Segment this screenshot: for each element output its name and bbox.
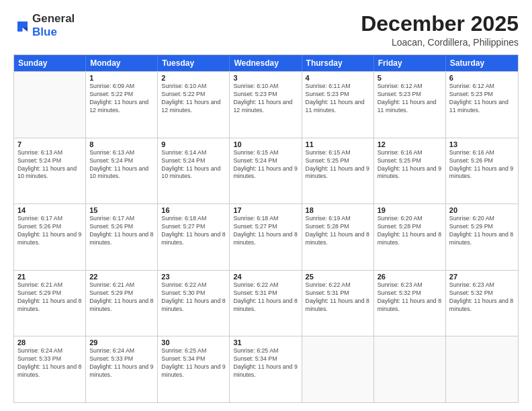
day-info: Sunrise: 6:13 AMSunset: 5:24 PMDaylight:… (89, 149, 154, 181)
calendar-cell: 24Sunrise: 6:22 AMSunset: 5:31 PMDayligh… (230, 271, 302, 336)
logo-icon (13, 17, 30, 34)
calendar-cell: 10Sunrise: 6:15 AMSunset: 5:24 PMDayligh… (230, 138, 302, 204)
day-info: Sunrise: 6:11 AMSunset: 5:23 PMDaylight:… (306, 83, 370, 115)
calendar-cell: 18Sunrise: 6:19 AMSunset: 5:28 PMDayligh… (302, 204, 374, 270)
location: Loacan, Cordillera, Philippines (361, 37, 519, 48)
calendar-cell: 4Sunrise: 6:11 AMSunset: 5:23 PMDaylight… (302, 72, 374, 138)
day-number: 2 (161, 74, 226, 82)
day-number: 14 (17, 206, 82, 214)
day-number: 10 (233, 140, 298, 148)
calendar-cell: 27Sunrise: 6:23 AMSunset: 5:32 PMDayligh… (446, 271, 518, 336)
calendar-cell (446, 336, 518, 402)
day-info: Sunrise: 6:18 AMSunset: 5:27 PMDaylight:… (161, 215, 226, 247)
calendar-body: 1Sunrise: 6:09 AMSunset: 5:22 PMDaylight… (14, 71, 518, 402)
logo-general: General (32, 12, 75, 25)
day-info: Sunrise: 6:20 AMSunset: 5:29 PMDaylight:… (449, 215, 515, 247)
day-number: 4 (306, 74, 370, 82)
calendar-cell (374, 336, 446, 402)
calendar-cell (14, 72, 86, 138)
day-info: Sunrise: 6:18 AMSunset: 5:27 PMDaylight:… (233, 215, 298, 247)
day-number: 26 (378, 273, 442, 281)
day-number: 30 (161, 338, 226, 347)
day-info: Sunrise: 6:09 AMSunset: 5:22 PMDaylight:… (89, 83, 154, 115)
day-number: 17 (233, 206, 298, 214)
calendar-cell: 30Sunrise: 6:25 AMSunset: 5:34 PMDayligh… (158, 336, 230, 402)
calendar-cell: 21Sunrise: 6:21 AMSunset: 5:29 PMDayligh… (14, 271, 86, 336)
cal-header-day: Tuesday (158, 55, 230, 71)
calendar-cell: 8Sunrise: 6:13 AMSunset: 5:24 PMDaylight… (86, 138, 158, 204)
calendar-cell: 13Sunrise: 6:16 AMSunset: 5:26 PMDayligh… (446, 138, 518, 204)
day-number: 7 (17, 140, 82, 148)
day-number: 12 (378, 140, 442, 148)
day-info: Sunrise: 6:22 AMSunset: 5:31 PMDaylight:… (233, 281, 298, 314)
day-info: Sunrise: 6:16 AMSunset: 5:25 PMDaylight:… (378, 149, 442, 181)
logo-blue: Blue (32, 26, 57, 38)
day-number: 22 (89, 273, 154, 281)
header: General Blue December 2025 Loacan, Cordi… (13, 12, 519, 48)
cal-header-day: Friday (374, 55, 446, 71)
cal-header-day: Saturday (446, 55, 518, 71)
day-number: 24 (233, 273, 298, 281)
calendar-cell: 23Sunrise: 6:22 AMSunset: 5:30 PMDayligh… (158, 271, 230, 336)
day-info: Sunrise: 6:24 AMSunset: 5:33 PMDaylight:… (17, 347, 82, 379)
calendar-cell: 12Sunrise: 6:16 AMSunset: 5:25 PMDayligh… (374, 138, 446, 204)
day-info: Sunrise: 6:10 AMSunset: 5:23 PMDaylight:… (233, 83, 298, 115)
calendar-cell: 15Sunrise: 6:17 AMSunset: 5:26 PMDayligh… (86, 204, 158, 270)
day-number: 16 (161, 206, 226, 214)
day-info: Sunrise: 6:20 AMSunset: 5:28 PMDaylight:… (378, 215, 442, 247)
day-info: Sunrise: 6:22 AMSunset: 5:31 PMDaylight:… (306, 281, 370, 314)
calendar-cell: 28Sunrise: 6:24 AMSunset: 5:33 PMDayligh… (14, 336, 86, 402)
day-number: 29 (89, 338, 154, 347)
calendar-cell: 1Sunrise: 6:09 AMSunset: 5:22 PMDaylight… (86, 72, 158, 138)
day-number: 5 (378, 74, 442, 82)
calendar-cell: 11Sunrise: 6:15 AMSunset: 5:25 PMDayligh… (302, 138, 374, 204)
page: General Blue December 2025 Loacan, Cordi… (0, 0, 532, 411)
calendar-cell: 19Sunrise: 6:20 AMSunset: 5:28 PMDayligh… (374, 204, 446, 270)
day-info: Sunrise: 6:23 AMSunset: 5:32 PMDaylight:… (378, 281, 442, 314)
day-info: Sunrise: 6:21 AMSunset: 5:29 PMDaylight:… (17, 281, 82, 314)
calendar-row: 1Sunrise: 6:09 AMSunset: 5:22 PMDaylight… (14, 71, 518, 138)
day-number: 21 (17, 273, 82, 281)
calendar-header: SundayMondayTuesdayWednesdayThursdayFrid… (14, 55, 518, 71)
day-number: 1 (89, 74, 154, 82)
day-info: Sunrise: 6:15 AMSunset: 5:24 PMDaylight:… (233, 149, 298, 181)
cal-header-day: Monday (86, 55, 158, 71)
day-number: 6 (449, 74, 515, 82)
day-info: Sunrise: 6:14 AMSunset: 5:24 PMDaylight:… (161, 149, 226, 181)
day-info: Sunrise: 6:25 AMSunset: 5:34 PMDaylight:… (233, 347, 298, 379)
day-info: Sunrise: 6:21 AMSunset: 5:29 PMDaylight:… (89, 281, 154, 314)
logo: General Blue (13, 12, 75, 39)
day-info: Sunrise: 6:17 AMSunset: 5:26 PMDaylight:… (89, 215, 154, 247)
day-number: 19 (378, 206, 442, 214)
day-number: 27 (449, 273, 515, 281)
calendar-cell: 5Sunrise: 6:12 AMSunset: 5:23 PMDaylight… (374, 72, 446, 138)
day-number: 18 (306, 206, 370, 214)
calendar-cell: 22Sunrise: 6:21 AMSunset: 5:29 PMDayligh… (86, 271, 158, 336)
day-number: 11 (306, 140, 370, 148)
day-info: Sunrise: 6:25 AMSunset: 5:34 PMDaylight:… (161, 347, 226, 379)
day-info: Sunrise: 6:17 AMSunset: 5:26 PMDaylight:… (17, 215, 82, 247)
calendar-cell: 14Sunrise: 6:17 AMSunset: 5:26 PMDayligh… (14, 204, 86, 270)
day-info: Sunrise: 6:12 AMSunset: 5:23 PMDaylight:… (378, 83, 442, 115)
day-number: 3 (233, 74, 298, 82)
day-info: Sunrise: 6:13 AMSunset: 5:24 PMDaylight:… (17, 149, 82, 181)
calendar-cell: 3Sunrise: 6:10 AMSunset: 5:23 PMDaylight… (230, 72, 302, 138)
day-info: Sunrise: 6:22 AMSunset: 5:30 PMDaylight:… (161, 281, 226, 314)
day-info: Sunrise: 6:10 AMSunset: 5:22 PMDaylight:… (161, 83, 226, 115)
day-number: 31 (233, 338, 298, 347)
day-info: Sunrise: 6:19 AMSunset: 5:28 PMDaylight:… (306, 215, 370, 247)
day-number: 15 (89, 206, 154, 214)
svg-marker-1 (23, 28, 28, 32)
calendar-cell: 29Sunrise: 6:24 AMSunset: 5:33 PMDayligh… (86, 336, 158, 402)
day-number: 25 (306, 273, 370, 281)
day-info: Sunrise: 6:24 AMSunset: 5:33 PMDaylight:… (89, 347, 154, 379)
title-block: December 2025 Loacan, Cordillera, Philip… (361, 12, 519, 48)
day-number: 13 (449, 140, 515, 148)
calendar-cell: 6Sunrise: 6:12 AMSunset: 5:23 PMDaylight… (446, 72, 518, 138)
calendar-cell: 25Sunrise: 6:22 AMSunset: 5:31 PMDayligh… (302, 271, 374, 336)
calendar-cell: 26Sunrise: 6:23 AMSunset: 5:32 PMDayligh… (374, 271, 446, 336)
calendar-cell: 20Sunrise: 6:20 AMSunset: 5:29 PMDayligh… (446, 204, 518, 270)
day-number: 20 (449, 206, 515, 214)
day-info: Sunrise: 6:23 AMSunset: 5:32 PMDaylight:… (449, 281, 515, 314)
calendar-cell: 17Sunrise: 6:18 AMSunset: 5:27 PMDayligh… (230, 204, 302, 270)
